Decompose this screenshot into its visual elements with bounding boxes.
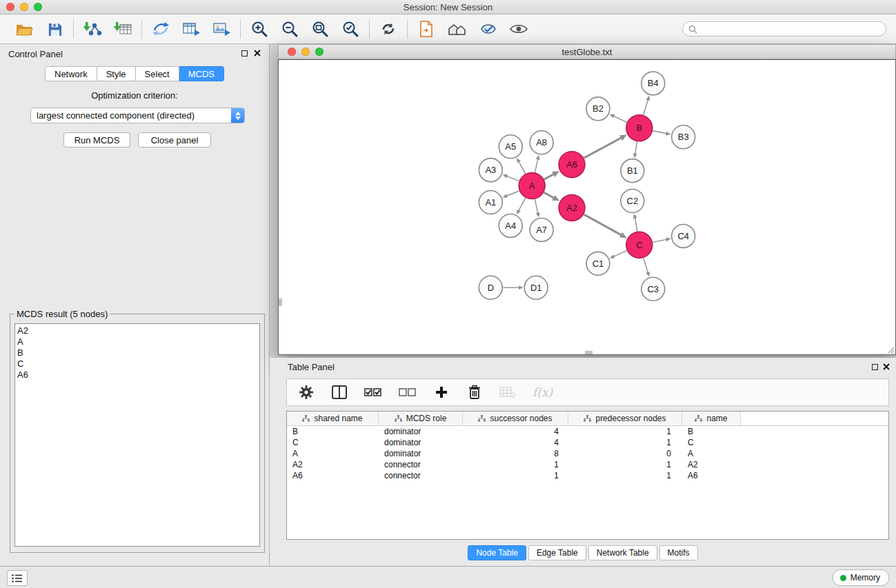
result-item[interactable]: A6 [15, 369, 259, 381]
table-row[interactable]: A2connector11A2 [287, 459, 888, 470]
network-node-A6[interactable]: A6 [559, 152, 585, 178]
save-session-button[interactable] [45, 19, 64, 39]
tab-style[interactable]: Style [97, 66, 136, 81]
network-node-A3[interactable]: A3 [479, 159, 502, 182]
tab-motifs[interactable]: Motifs [659, 545, 698, 560]
float-table-panel-button[interactable] [872, 364, 878, 370]
network-edge-C-C1[interactable] [614, 251, 627, 257]
close-panel-button[interactable] [254, 50, 261, 57]
select-all-columns-button[interactable] [364, 382, 382, 403]
network-edge-A-A8[interactable] [535, 159, 538, 172]
network-edge-B-B4[interactable] [644, 100, 648, 115]
table-row[interactable]: Cdominator41C [287, 437, 888, 448]
network-node-D1[interactable]: D1 [524, 276, 548, 299]
network-edge-B-B3[interactable] [653, 131, 666, 134]
column-header-predecessor-nodes[interactable]: predecessor nodes [568, 412, 682, 425]
network-edge-A-A1[interactable] [506, 191, 519, 196]
horizontal-scroll-indicator[interactable] [585, 351, 593, 354]
deselect-all-columns-button[interactable] [399, 382, 417, 403]
network-edge-A2-C[interactable] [584, 214, 621, 235]
tab-mcds[interactable]: MCDS [179, 66, 224, 81]
network-node-C2[interactable]: C2 [621, 190, 644, 213]
task-history-button[interactable] [7, 570, 28, 586]
network-edge-C-C4[interactable] [653, 239, 666, 242]
network-node-B4[interactable]: B4 [641, 72, 665, 95]
new-network-button[interactable] [151, 19, 170, 39]
network-edge-B-B1[interactable] [635, 141, 637, 154]
network-node-B1[interactable]: B1 [621, 159, 644, 183]
optimization-dropdown[interactable]: largest connected component (directed) [30, 108, 245, 123]
zoom-out-button[interactable] [280, 19, 299, 39]
network-node-D[interactable]: D [479, 276, 502, 299]
table-row[interactable]: Adominator80A [287, 448, 888, 459]
network-node-A[interactable]: A [519, 173, 545, 199]
network-node-B2[interactable]: B2 [586, 97, 610, 121]
network-node-A1[interactable]: A1 [479, 191, 502, 214]
run-mcds-button[interactable]: Run MCDS [63, 132, 130, 148]
network-edge-A6-B[interactable] [584, 138, 621, 158]
refresh-button[interactable] [379, 19, 398, 39]
tab-node-table[interactable]: Node Table [468, 545, 526, 560]
zoom-selected-button[interactable] [341, 19, 360, 39]
network-node-C3[interactable]: C3 [641, 277, 665, 301]
network-edge-A-A3[interactable] [507, 176, 519, 181]
network-node-A4[interactable]: A4 [499, 214, 522, 237]
column-header-MCDS-role[interactable]: MCDS role [379, 412, 463, 425]
show-hide-button[interactable] [509, 19, 528, 39]
vertical-scroll-indicator[interactable] [279, 298, 282, 306]
close-panel-action-button[interactable]: Close panel [138, 132, 211, 148]
network-node-A5[interactable]: A5 [499, 135, 522, 159]
mcds-result-list[interactable]: A2ABCA6 [14, 323, 260, 547]
network-node-B[interactable]: B [626, 115, 653, 141]
network-node-B3[interactable]: B3 [672, 125, 695, 149]
export-table-button[interactable] [181, 19, 201, 39]
network-canvas[interactable]: B4B2BB3A5A8A6A3B1AC2A1A2A4A7C4CC1C3DD1 [278, 59, 896, 355]
table-row[interactable]: A6connector11A6 [287, 470, 888, 481]
network-edge-C-C3[interactable] [644, 258, 648, 272]
tab-select[interactable]: Select [136, 66, 179, 81]
tab-network[interactable]: Network [45, 66, 97, 81]
network-edge-A-A4[interactable] [519, 198, 526, 210]
network-node-C[interactable]: C [626, 232, 653, 258]
result-item[interactable]: A [15, 336, 259, 347]
network-node-A7[interactable]: A7 [530, 218, 553, 241]
delete-column-button[interactable] [466, 382, 483, 403]
open-document-button[interactable] [417, 19, 436, 39]
column-header-name[interactable]: name [682, 412, 741, 425]
network-node-C1[interactable]: C1 [586, 252, 610, 275]
open-session-button[interactable] [14, 19, 34, 39]
add-column-button[interactable] [433, 382, 450, 403]
zoom-in-button[interactable] [250, 19, 269, 39]
resize-grip[interactable] [886, 345, 895, 354]
export-image-button[interactable] [212, 19, 231, 39]
network-edge-A-A5[interactable] [519, 162, 525, 174]
memory-button[interactable]: Memory [833, 569, 889, 586]
network-edge-A-A7[interactable] [535, 199, 537, 213]
network-edge-B-B2[interactable] [614, 116, 627, 122]
zoom-fit-button[interactable] [310, 19, 330, 39]
show-columns-button[interactable] [331, 382, 348, 403]
tab-edge-table[interactable]: Edge Table [528, 545, 586, 560]
result-item[interactable]: B [15, 347, 259, 358]
search-input[interactable] [682, 21, 886, 37]
style-check-button[interactable] [479, 19, 498, 39]
table-settings-button[interactable] [298, 382, 315, 403]
import-network-button[interactable] [83, 19, 102, 39]
tab-network-table[interactable]: Network Table [588, 545, 657, 560]
window-title: Session: New Session [0, 2, 896, 12]
close-table-panel-button[interactable] [883, 363, 890, 370]
network-node-A8[interactable]: A8 [530, 131, 553, 154]
network-edge-A-A2[interactable] [544, 192, 554, 198]
network-node-C4[interactable]: C4 [672, 224, 695, 247]
network-edge-A-A6[interactable] [544, 174, 554, 179]
network-edge-C-C2[interactable] [635, 218, 637, 231]
column-header-successor-nodes[interactable]: successor nodes [463, 412, 568, 425]
result-item[interactable]: A2 [15, 325, 259, 336]
float-panel-button[interactable] [241, 50, 248, 57]
import-table-button[interactable] [113, 19, 132, 39]
column-header-shared-name[interactable]: shared name [287, 412, 379, 425]
result-item[interactable]: C [15, 358, 259, 369]
home-button[interactable] [447, 19, 468, 39]
table-row[interactable]: Bdominator41B [287, 426, 888, 437]
network-node-A2[interactable]: A2 [559, 195, 585, 221]
